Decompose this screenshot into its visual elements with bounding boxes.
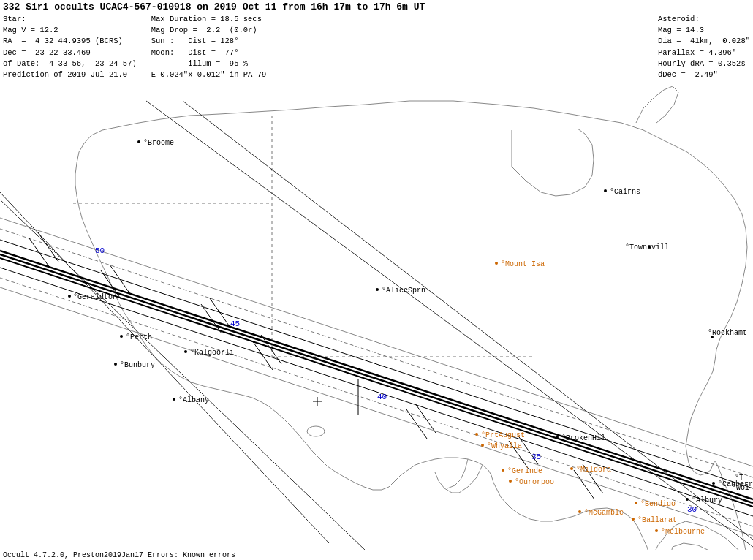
city-label-alicesprings: °AliceSprn xyxy=(382,287,425,295)
city-dot-bendigo xyxy=(635,502,637,504)
city-dot-whyalla xyxy=(481,444,484,447)
time-label-45: 45 xyxy=(230,319,240,328)
city-dot-bunbury xyxy=(114,363,117,366)
star-ra: RA = 4 32 44.9395 (BCRS) xyxy=(3,36,137,47)
time-label-35: 35 xyxy=(531,453,541,461)
asteroid-info: Asteroid: Mag = 14.3 Dia = 41km, 0.028" … xyxy=(658,14,750,80)
time-label-40: 40 xyxy=(377,393,387,401)
star-info: Star: Mag V = 12.2 RA = 4 32 44.9395 (BC… xyxy=(3,14,137,80)
city-label-wol: °Wol xyxy=(732,484,749,492)
city-label-bendigo: °Bendigo xyxy=(640,500,676,508)
city-dot-canberra xyxy=(712,482,715,485)
city-label-kalgoorlie: °Kalgoorli xyxy=(190,349,234,357)
city-dot-broome xyxy=(137,140,140,143)
city-label-cairns: °Cairns xyxy=(610,188,640,196)
svg-line-11 xyxy=(0,218,753,466)
city-dot-melbourne xyxy=(655,529,658,532)
city-dot-mildura xyxy=(570,467,573,470)
star-dec: Dec = 23 22 33.469 xyxy=(3,48,137,58)
graze-lines xyxy=(0,101,753,550)
svg-line-8 xyxy=(0,268,753,516)
city-dot-ourorpoo xyxy=(509,480,512,483)
city-dot-brokenhill xyxy=(556,436,559,439)
city-label-bunbury: °Bunbury xyxy=(120,361,155,369)
moon-info: Moon: Dist = 77° xyxy=(151,48,298,58)
city-dot-mcgamble xyxy=(578,510,581,513)
svg-point-0 xyxy=(307,426,325,436)
svg-line-29 xyxy=(0,192,329,543)
city-label-portaugusta: °PrtAugust xyxy=(481,431,525,439)
occultation-path xyxy=(0,218,753,536)
path-ticks xyxy=(29,232,603,499)
city-label-townsville: °Townsvill xyxy=(625,243,669,251)
svg-line-7 xyxy=(0,240,753,488)
svg-line-26 xyxy=(574,470,594,499)
star-label: Star: xyxy=(3,14,137,25)
city-label-brokenhill: °BrokenHil xyxy=(561,434,605,442)
svg-line-31 xyxy=(183,101,753,540)
city-label-broome: °Broome xyxy=(143,139,174,147)
city-label-ourorpoo: °Ourorpoo xyxy=(515,478,554,486)
city-dot-alicesprings xyxy=(376,288,379,291)
mag-drop: Mag Drop = 2.2 (0.0r) xyxy=(151,25,298,36)
city-label-mildura: °Mildora xyxy=(576,466,611,474)
dashed-lines xyxy=(73,116,534,357)
max-duration-info: Max Duration = 18.5 secs Mag Drop = 2.2 … xyxy=(151,14,298,80)
map-container: °Broome °Cairns °Townsvill °Mount Isa °G… xyxy=(0,64,753,554)
footer-text: Occult 4.7.2.0, Preston2019Jan17 Errors:… xyxy=(3,551,235,559)
svg-line-4 xyxy=(0,254,753,503)
svg-line-28 xyxy=(0,200,366,550)
time-label-50: 50 xyxy=(95,246,105,255)
city-label-melbourne: °Melbourne xyxy=(661,528,705,536)
svg-line-9 xyxy=(0,229,753,477)
city-dot-geraldton xyxy=(68,295,71,298)
asteroid-label: Asteroid: xyxy=(658,14,750,25)
city-dot-cairns xyxy=(604,189,607,192)
asteroid-hourly-dra: Hourly dRA =-0.352s xyxy=(658,58,750,69)
sun-dist: Sun : Dist = 128° xyxy=(151,36,298,47)
city-dot-albury xyxy=(686,498,689,501)
city-label-gerinde: °Gerinde xyxy=(507,467,542,475)
pa-info: E 0.024"x 0.012" in PA 79 xyxy=(151,69,298,80)
asteroid-dia: Dia = 41km, 0.028" xyxy=(658,36,750,47)
asteroid-hourly-ddec: dDec = 2.49" xyxy=(658,69,750,80)
time-label-30: 30 xyxy=(687,505,697,514)
cross-symbol xyxy=(313,397,322,406)
svg-line-14 xyxy=(38,232,58,262)
city-dot-ballarat xyxy=(632,518,635,521)
city-dot-perth xyxy=(120,335,123,338)
star-ofdate: of Date: 4 33 56, 23 24 57) xyxy=(3,58,137,69)
asteroid-parallax: Parallax = 4.396' xyxy=(658,48,750,58)
city-dot-albany xyxy=(173,398,175,401)
city-dot-portaugusta xyxy=(475,433,478,436)
max-duration: Max Duration = 18.5 secs xyxy=(151,14,298,25)
page-title: 332 Siri occults UCAC4-567-010918 on 201… xyxy=(3,1,750,12)
city-label-albany: °Albany xyxy=(178,396,209,404)
city-label-mcgamble: °McGamble xyxy=(584,509,624,517)
city-label-mountisa: °Mount Isa xyxy=(501,260,545,268)
footer: Occult 4.7.2.0, Preston2019Jan17 Errors:… xyxy=(0,550,753,560)
city-label-rockhampton: °Rockhamt xyxy=(708,329,747,337)
svg-line-10 xyxy=(0,278,753,526)
city-label-ballarat: °Ballarat xyxy=(637,516,677,524)
info-panel: Star: Mag V = 12.2 RA = 4 32 44.9395 (BC… xyxy=(0,13,753,81)
asteroid-mag: Mag = 14.3 xyxy=(658,25,750,36)
city-dot-gerinde xyxy=(502,469,504,472)
australia-coastline xyxy=(75,86,747,554)
map-svg: °Broome °Cairns °Townsvill °Mount Isa °G… xyxy=(0,64,753,554)
city-label-whyalla: °Whyalla xyxy=(487,442,522,450)
star-mag: Mag V = 12.2 xyxy=(3,25,137,36)
city-label-t: °T xyxy=(735,474,743,482)
city-label-geraldton: °Geraldton xyxy=(73,293,117,301)
city-dot-mountisa xyxy=(495,262,498,265)
illum: illum = 95 % xyxy=(151,58,298,69)
svg-line-12 xyxy=(0,287,753,536)
city-dot-kalgoorlie xyxy=(184,350,187,353)
svg-line-24 xyxy=(406,409,427,439)
header: 332 Siri occults UCAC4-567-010918 on 201… xyxy=(0,0,753,14)
star-prediction: Prediction of 2019 Jul 21.0 xyxy=(3,69,137,80)
city-label-albury: °Albury xyxy=(692,496,722,504)
city-label-perth: °Perth xyxy=(126,333,152,341)
